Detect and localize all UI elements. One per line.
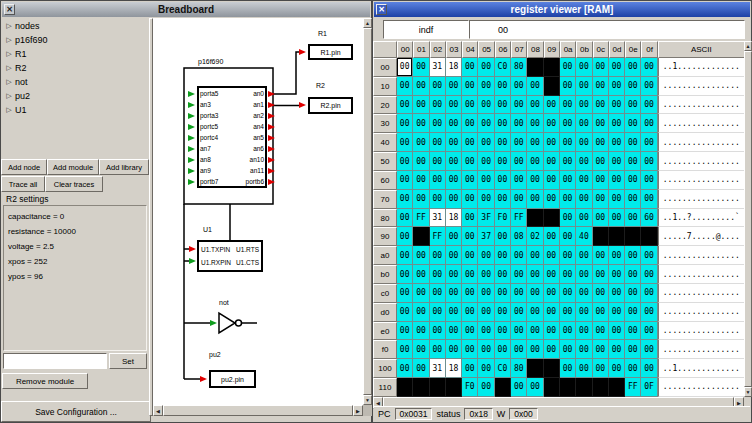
ram-cell-d0-0a[interactable]: 00 bbox=[560, 303, 576, 322]
tree-item-U1[interactable]: ▷ U1 bbox=[3, 103, 149, 117]
save-configuration-button[interactable]: Save Configuration ... bbox=[1, 401, 151, 422]
ram-cell-a0-08[interactable]: 00 bbox=[527, 246, 543, 265]
ram-cell-a0-09[interactable]: 00 bbox=[544, 246, 560, 265]
ram-cell-c0-08[interactable]: 00 bbox=[527, 284, 543, 303]
ram-cell-b0-01[interactable]: 00 bbox=[413, 265, 429, 284]
scrollbar-thumb[interactable] bbox=[744, 51, 752, 387]
ram-cell-100-08[interactable] bbox=[527, 359, 543, 378]
ram-cell-90-01[interactable] bbox=[413, 227, 429, 246]
ram-cell-c0-00[interactable]: 00 bbox=[397, 284, 413, 303]
ram-cell-80-02[interactable]: 31 bbox=[430, 209, 446, 228]
ram-cell-d0-0e[interactable]: 00 bbox=[625, 303, 641, 322]
ram-cell-20-05[interactable]: 00 bbox=[478, 96, 494, 115]
ram-cell-10-0e[interactable]: 00 bbox=[625, 77, 641, 96]
ram-cell-90-07[interactable]: 08 bbox=[511, 227, 527, 246]
ram-cell-50-03[interactable]: 00 bbox=[446, 152, 462, 171]
ram-cell-d0-07[interactable]: 00 bbox=[511, 303, 527, 322]
ram-cell-40-0b[interactable]: 00 bbox=[576, 133, 592, 152]
trace-all-button[interactable]: Trace all bbox=[1, 176, 45, 192]
scrollbar-thumb[interactable] bbox=[363, 28, 372, 395]
ram-cell-a0-06[interactable]: 00 bbox=[495, 246, 511, 265]
ram-cell-a0-0d[interactable]: 00 bbox=[609, 246, 625, 265]
ram-cell-c0-0b[interactable]: 00 bbox=[576, 284, 592, 303]
add-library-button[interactable]: Add library bbox=[99, 159, 149, 175]
ram-cell-40-03[interactable]: 00 bbox=[446, 133, 462, 152]
tree-item-R2[interactable]: ▷ R2 bbox=[3, 61, 149, 75]
ram-cell-80-00[interactable]: 00 bbox=[397, 209, 413, 228]
ram-cell-d0-0b[interactable]: 00 bbox=[576, 303, 592, 322]
ram-cell-110-06[interactable] bbox=[495, 378, 511, 397]
ram-cell-60-03[interactable]: 00 bbox=[446, 171, 462, 190]
ram-cell-f0-0b[interactable]: 00 bbox=[576, 340, 592, 359]
ram-cell-90-0d[interactable] bbox=[609, 227, 625, 246]
ram-cell-20-0c[interactable]: 00 bbox=[593, 96, 609, 115]
ram-cell-a0-03[interactable]: 00 bbox=[446, 246, 462, 265]
ram-cell-e0-06[interactable]: 00 bbox=[495, 322, 511, 341]
ram-cell-10-0f[interactable]: 00 bbox=[641, 77, 657, 96]
ram-cell-50-08[interactable]: 00 bbox=[527, 152, 543, 171]
ram-cell-e0-0d[interactable]: 00 bbox=[609, 322, 625, 341]
pin-porta3[interactable]: porta3 bbox=[200, 112, 218, 120]
ram-cell-e0-0f[interactable]: 00 bbox=[641, 322, 657, 341]
pin-an9[interactable]: an9 bbox=[200, 167, 211, 175]
ram-cell-e0-0e[interactable]: 00 bbox=[625, 322, 641, 341]
ram-cell-100-03[interactable]: 18 bbox=[446, 359, 462, 378]
module-settings-text[interactable]: capacitance = 0 resistance = 10000 volta… bbox=[3, 205, 147, 351]
ram-cell-80-03[interactable]: 18 bbox=[446, 209, 462, 228]
ram-cell-90-08[interactable]: 02 bbox=[527, 227, 543, 246]
ram-cell-f0-05[interactable]: 00 bbox=[478, 340, 494, 359]
pin-portc5[interactable]: portc5 bbox=[200, 123, 218, 131]
pin-an1[interactable]: an1 bbox=[228, 101, 264, 109]
ram-cell-b0-03[interactable]: 00 bbox=[446, 265, 462, 284]
ram-cell-100-05[interactable]: 00 bbox=[478, 359, 494, 378]
ram-cell-e0-05[interactable]: 00 bbox=[478, 322, 494, 341]
add-node-button[interactable]: Add node bbox=[1, 159, 47, 175]
ram-cell-30-04[interactable]: 00 bbox=[462, 114, 478, 133]
ram-cell-100-0e[interactable]: 00 bbox=[625, 359, 641, 378]
expander-icon[interactable]: ▷ bbox=[3, 36, 15, 44]
ram-cell-d0-05[interactable]: 00 bbox=[478, 303, 494, 322]
remove-module-button[interactable]: Remove module bbox=[2, 373, 88, 389]
ram-cell-00-05[interactable]: 00 bbox=[478, 58, 494, 77]
ram-cell-110-0c[interactable] bbox=[593, 378, 609, 397]
ram-cell-110-04[interactable]: F0 bbox=[462, 378, 478, 397]
ram-cell-100-0d[interactable]: 00 bbox=[609, 359, 625, 378]
pin-an10[interactable]: an10 bbox=[228, 156, 264, 164]
ram-cell-f0-0a[interactable]: 00 bbox=[560, 340, 576, 359]
ram-cell-90-05[interactable]: 37 bbox=[478, 227, 494, 246]
ram-cell-40-09[interactable]: 00 bbox=[544, 133, 560, 152]
ram-cell-e0-00[interactable]: 00 bbox=[397, 322, 413, 341]
module-r2-pin[interactable]: R2.pin bbox=[308, 97, 353, 114]
ram-cell-50-02[interactable]: 00 bbox=[430, 152, 446, 171]
module-r1-pin[interactable]: R1.pin bbox=[308, 44, 353, 60]
ram-cell-110-0d[interactable] bbox=[609, 378, 625, 397]
ram-cell-d0-04[interactable]: 00 bbox=[462, 303, 478, 322]
ram-cell-110-03[interactable] bbox=[446, 378, 462, 397]
ram-cell-c0-0d[interactable]: 00 bbox=[609, 284, 625, 303]
close-icon[interactable]: ✕ bbox=[4, 4, 15, 15]
ram-cell-c0-0f[interactable]: 00 bbox=[641, 284, 657, 303]
pin-an3[interactable]: an3 bbox=[200, 101, 211, 109]
ram-cell-c0-0e[interactable]: 00 bbox=[625, 284, 641, 303]
expander-icon[interactable]: ▷ bbox=[3, 78, 15, 86]
ram-cell-50-07[interactable]: 00 bbox=[511, 152, 527, 171]
ram-cell-70-0a[interactable]: 00 bbox=[560, 190, 576, 209]
ram-cell-30-01[interactable]: 00 bbox=[413, 114, 429, 133]
ram-cell-100-00[interactable]: 00 bbox=[397, 359, 413, 378]
expander-icon[interactable]: ▷ bbox=[3, 50, 15, 58]
canvas-vertical-scrollbar[interactable]: ▲ ▼ bbox=[363, 18, 372, 405]
ram-cell-60-02[interactable]: 00 bbox=[430, 171, 446, 190]
ram-cell-70-02[interactable]: 00 bbox=[430, 190, 446, 209]
ram-cell-c0-09[interactable]: 00 bbox=[544, 284, 560, 303]
ram-cell-e0-07[interactable]: 00 bbox=[511, 322, 527, 341]
ram-cell-50-0c[interactable]: 00 bbox=[593, 152, 609, 171]
ram-cell-30-0e[interactable]: 00 bbox=[625, 114, 641, 133]
ram-cell-90-03[interactable]: 00 bbox=[446, 227, 462, 246]
ram-cell-50-00[interactable]: 00 bbox=[397, 152, 413, 171]
register-name-entry[interactable]: indf bbox=[383, 20, 469, 39]
ram-cell-d0-08[interactable]: 00 bbox=[527, 303, 543, 322]
ram-cell-b0-0a[interactable]: 00 bbox=[560, 265, 576, 284]
ram-cell-110-07[interactable]: 00 bbox=[511, 378, 527, 397]
tree-item-nodes[interactable]: ▷ nodes bbox=[3, 19, 149, 33]
ram-cell-40-05[interactable]: 00 bbox=[478, 133, 494, 152]
